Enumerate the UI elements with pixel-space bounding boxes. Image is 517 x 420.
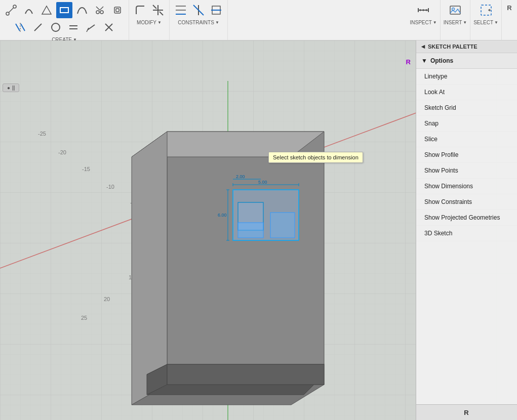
palette-collapse-icon[interactable]: ◀ [421,44,425,49]
svg-text:-25: -25 [38,131,46,137]
sketch-dimension-tooltip: Select sketch objects to dimension [268,152,363,163]
sketch-palette-panel: ◀ SKETCH PALETTE ▼ Options Linetype Look… [416,40,517,420]
svg-text:-10: -10 [106,184,114,190]
triangle-icon[interactable] [38,2,55,18]
loop-icon[interactable] [109,2,126,18]
constraints-dropdown-arrow: ▼ [215,20,219,25]
arc-icon[interactable] [21,2,37,18]
palette-item-sketch-grid[interactable]: Sketch Grid [416,100,517,116]
palette-item-look-at[interactable]: Look At [416,85,517,100]
svg-marker-56 [167,132,324,385]
palette-item-show-points[interactable]: Show Points [416,163,517,179]
insert-dropdown-arrow: ▼ [463,20,467,25]
svg-line-24 [153,5,156,9]
svg-rect-63 [167,364,324,385]
fillet-icon[interactable] [132,2,148,18]
constraint3-icon[interactable] [208,2,224,18]
svg-line-25 [160,12,163,15]
select-label[interactable]: SELECT ▼ [473,20,498,25]
svg-rect-4 [60,8,68,13]
r-label: R [505,2,513,14]
toolbar-group-inspect: INSPECT ▼ [407,0,440,40]
svg-text:-15: -15 [82,166,90,172]
palette-item-show-dimensions[interactable]: Show Dimensions [416,179,517,194]
constraints-icons-row [173,2,224,18]
create-icons-row [3,2,126,18]
scissors-icon[interactable] [92,2,108,18]
inspect-icons-row [415,2,431,18]
toolbar-group-select: SELECT ▼ [470,0,502,40]
inspect-label[interactable]: INSPECT ▼ [410,20,436,25]
cross-icon[interactable] [101,19,117,35]
measure-icon[interactable] [415,2,431,18]
toolbar-spacer [228,0,407,40]
toolbar-group-modify: MODIFY ▼ [129,0,170,40]
rectangle-icon[interactable] [56,2,72,18]
palette-item-snap[interactable]: Snap [416,116,517,132]
palette-item-show-projected-geometries[interactable]: Show Projected Geometries [416,210,517,226]
toolbar-group-constraints: CONSTRAINTS ▼ [170,0,228,40]
svg-line-11 [16,24,20,31]
create-icons-row2 [12,19,117,35]
sketch-palette-title: ◀ SKETCH PALETTE [416,40,517,53]
svg-rect-77 [270,213,295,238]
select-icon[interactable] [478,2,494,18]
svg-line-18 [88,25,95,30]
svg-marker-3 [42,6,51,14]
svg-text:2.00: 2.00 [236,174,245,179]
svg-text:6.00: 6.00 [218,213,227,218]
axis-label: R [406,58,411,66]
palette-item-linetype[interactable]: Linetype [416,69,517,85]
options-arrow-icon: ▼ [421,57,427,64]
palette-item-3d-sketch[interactable]: 3D Sketch [416,226,517,241]
svg-text:20: 20 [104,296,110,302]
svg-text:25: 25 [81,315,87,321]
options-section-header[interactable]: ▼ Options [416,53,517,69]
select-icons-row [478,2,494,18]
circle-icon[interactable] [48,19,64,35]
svg-rect-76 [238,223,263,238]
svg-marker-58 [132,132,167,405]
trim-icon[interactable] [150,2,166,18]
svg-rect-10 [116,9,119,12]
toolbar-group-insert: INSERT ▼ [441,0,470,40]
palette-item-slice[interactable]: Slice [416,132,517,147]
select-dropdown-arrow: ▼ [494,20,498,25]
svg-line-2 [9,8,14,13]
svg-point-6 [100,11,103,14]
palette-item-show-profile[interactable]: Show Profile [416,147,517,163]
curve-icon[interactable] [74,2,90,18]
equals-icon[interactable] [65,19,82,35]
svg-line-8 [100,7,103,10]
insert-image-icon[interactable] [447,2,463,18]
svg-rect-9 [114,7,121,13]
toolbar-group-create: CREATE ▼ [0,0,129,40]
slash-icon[interactable] [30,19,46,35]
palette-item-show-constraints[interactable]: Show Constraints [416,194,517,210]
toolbar-r-button[interactable]: R [502,0,517,40]
svg-point-5 [96,11,99,14]
svg-line-12 [21,24,25,31]
mini-panel[interactable]: ● || [3,83,19,92]
constraints-label[interactable]: CONSTRAINTS ▼ [178,20,219,25]
modify-dropdown-arrow: ▼ [157,20,162,25]
constraint2-icon[interactable] [190,2,207,18]
toolbar: CREATE ▼ MODIFY ▼ [0,0,517,40]
modify-label[interactable]: MODIFY ▼ [137,20,162,25]
svg-line-7 [96,7,100,10]
line-icon[interactable] [3,2,19,18]
modify-icons-row [132,2,166,18]
diagonal-icon[interactable] [83,19,99,35]
svg-text:-20: -20 [58,149,66,155]
constraint1-icon[interactable] [173,2,189,18]
svg-line-14 [34,24,42,31]
bottom-ok-button[interactable]: R [416,404,517,420]
svg-point-15 [52,23,60,31]
insert-label[interactable]: INSERT ▼ [444,20,467,25]
svg-text:5.00: 5.00 [258,180,267,185]
parallel-icon[interactable] [12,19,28,35]
insert-icons-row [447,2,463,18]
inspect-dropdown-arrow: ▼ [433,20,437,25]
